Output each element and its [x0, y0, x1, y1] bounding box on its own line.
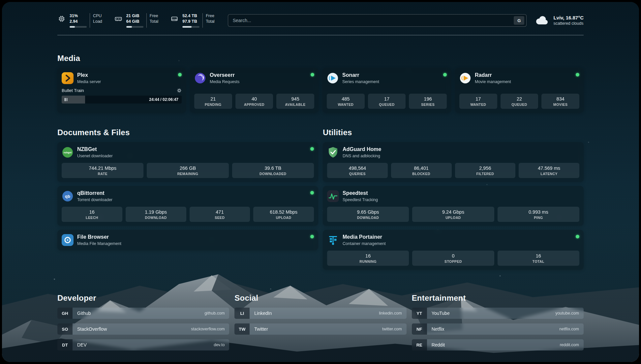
- status-dot: [178, 73, 182, 76]
- plex-card[interactable]: Plex Media server Bullet Train: [57, 68, 186, 113]
- stat-box: 16 LEECH: [62, 207, 122, 222]
- bookmark-abbr: LI: [234, 308, 250, 319]
- stat-box: 39.6 TB DOWNLOADED: [232, 163, 314, 178]
- portainer-card[interactable]: Media Portainer Container management 16 …: [323, 230, 584, 270]
- section-title-documents: Documents & Files: [57, 128, 318, 137]
- stat-box: 16 TOTAL: [498, 251, 579, 266]
- disk-total-value: 97.9 TB: [182, 19, 199, 24]
- bookmark-url: github.com: [204, 311, 225, 316]
- app-description: Media Requests: [210, 79, 239, 84]
- section-title-social: Social: [234, 293, 406, 303]
- bookmark-url: youtube.com: [555, 311, 579, 316]
- status-dot: [310, 147, 314, 151]
- disk-bar: [182, 26, 199, 28]
- speedtest-card[interactable]: Speedtest Speedtest Tracking 9.65 Gbps D…: [323, 186, 584, 226]
- bookmark-name: Netflix: [432, 326, 444, 332]
- bookmark-dev[interactable]: DT DEV dev.to: [57, 339, 229, 350]
- ram-total-value: 64 GiB: [126, 19, 143, 24]
- bookmark-name: Github: [77, 311, 91, 316]
- speedtest-icon: [327, 190, 339, 202]
- stat-box: 618.52 Mbps UPLOAD: [253, 207, 314, 222]
- sonarr-icon: [327, 72, 339, 84]
- bookmark-abbr: TW: [234, 323, 250, 335]
- bookmark-twitter[interactable]: TW Twitter twitter.com: [234, 323, 406, 335]
- bookmark-url: reddit.com: [560, 343, 579, 347]
- bookmark-name: YouTube: [432, 311, 450, 316]
- stat-box: 2,956 FILTERED: [455, 163, 516, 178]
- search-input[interactable]: [233, 18, 514, 23]
- bookmark-abbr: SO: [57, 323, 73, 335]
- cpu-load-label: Load: [93, 19, 102, 24]
- filebrowser-card[interactable]: File Browser Media File Management: [57, 230, 318, 250]
- bookmark-stackoverflow[interactable]: SO StackOverflow stackoverflow.com: [57, 323, 229, 335]
- topbar-divider: [57, 35, 584, 35]
- overseerr-card[interactable]: Overseerr Media Requests 21 PENDING 40 A…: [190, 68, 319, 113]
- stat-box: 86,401 BLOCKED: [391, 163, 452, 178]
- bookmark-abbr: YT: [412, 308, 427, 319]
- topbar: 31% 2.94 CPU Load: [57, 13, 584, 28]
- bookmark-github[interactable]: GH Github github.com: [57, 308, 229, 319]
- app-description: Container management: [343, 241, 386, 246]
- stat-box: 22 QUEUED: [501, 94, 538, 109]
- dashboard-root: 31% 2.94 CPU Load: [2, 2, 639, 362]
- radarr-card[interactable]: Radarr Movie management 17 WANTED 22 QUE…: [455, 68, 584, 113]
- app-name: NZBGet: [77, 146, 113, 153]
- ram-bar: [126, 26, 143, 28]
- search-bar[interactable]: G: [228, 14, 527, 27]
- stat-box: 17 QUEUED: [368, 94, 406, 109]
- bookmark-youtube[interactable]: YT YouTube youtube.com: [412, 308, 584, 319]
- stat-box: 1.19 Gbps DOWNLOAD: [126, 207, 186, 222]
- bookmark-group-developer: Developer GH Github github.com SO StackO…: [57, 293, 229, 350]
- ram-widget: 21 GiB 64 GiB Free Total: [114, 13, 158, 28]
- plex-icon: [62, 72, 74, 84]
- disk-free-label: Free: [206, 13, 214, 19]
- app-name: File Browser: [77, 234, 121, 240]
- cpu-load-value: 2.94: [70, 19, 87, 24]
- bookmark-linkedin[interactable]: LI LinkedIn linkedin.com: [234, 308, 406, 319]
- stat-box: 17 WANTED: [459, 94, 497, 109]
- pause-icon[interactable]: [65, 98, 67, 101]
- bookmark-abbr: NF: [412, 323, 427, 335]
- adguard-card[interactable]: AdGuard Home DNS and adblocking 498,564 …: [323, 142, 584, 182]
- app-name: Media Portainer: [343, 234, 386, 240]
- cpu-icon: [57, 15, 66, 23]
- section-utilities: Utilities AdGuard Home DNS and adblockin…: [323, 128, 584, 270]
- nzbget-card[interactable]: nzbget NZBGet Usenet downloader 744.21 M…: [57, 142, 318, 182]
- app-description: Movie management: [475, 79, 511, 84]
- app-description: Media File Management: [77, 241, 121, 246]
- bookmark-reddit[interactable]: RE Reddit reddit.com: [412, 339, 584, 350]
- stat-box: 196 SERIES: [409, 94, 447, 109]
- stat-box: 21 PENDING: [194, 94, 232, 109]
- status-dot: [443, 73, 447, 76]
- plex-progress-bar[interactable]: 24:44 / 02:06:47: [62, 96, 182, 104]
- cpu-percent: 31%: [70, 13, 87, 19]
- now-playing-title: Bullet Train: [62, 88, 84, 93]
- bookmark-group-social: Social LI LinkedIn linkedin.com TW Twitt…: [234, 293, 406, 350]
- bookmark-netflix[interactable]: NF Netflix netflix.com: [412, 323, 584, 335]
- stat-box: 498,564 QUERIES: [327, 163, 388, 178]
- svg-text:qb: qb: [65, 194, 70, 199]
- cpu-widget: 31% 2.94 CPU Load: [57, 13, 102, 28]
- ram-free-label: Free: [150, 13, 158, 19]
- stat-box: 40 APPROVED: [235, 94, 273, 109]
- gear-icon[interactable]: [177, 88, 182, 93]
- stat-box: 945 AVAILABLE: [276, 94, 314, 109]
- disk-free-value: 52.4 TB: [182, 13, 199, 19]
- bookmark-name: StackOverflow: [77, 326, 107, 332]
- app-description: Torrent downloader: [77, 197, 112, 202]
- qbittorrent-card[interactable]: qb qBittorrent Torrent downloader 16 LEE…: [57, 186, 318, 226]
- search-provider-button[interactable]: G: [514, 16, 524, 25]
- app-name: Speedtest: [343, 190, 378, 197]
- bookmark-abbr: DT: [57, 339, 73, 350]
- app-name: Sonarr: [342, 72, 379, 78]
- sonarr-card[interactable]: Sonarr Series management 485 WANTED 17 Q…: [322, 68, 451, 113]
- bookmark-name: Twitter: [254, 326, 268, 332]
- app-description: DNS and adblocking: [343, 153, 381, 159]
- bookmark-name: Reddit: [432, 342, 445, 348]
- svg-text:nzbget: nzbget: [64, 151, 72, 154]
- playback-time: 24:44 / 02:06:47: [149, 97, 178, 102]
- app-name: Plex: [77, 72, 101, 78]
- status-dot: [310, 191, 314, 195]
- qbittorrent-icon: qb: [62, 190, 74, 202]
- section-title-entertainment: Entertainment: [412, 293, 584, 303]
